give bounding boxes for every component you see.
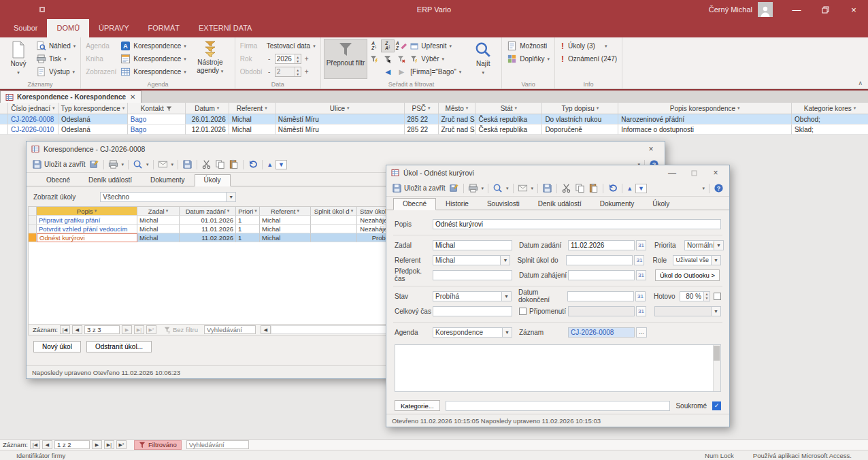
tab-upravy[interactable]: ÚPRAVY [89, 19, 138, 37]
kategorie-button[interactable]: Kategorie... [395, 400, 440, 411]
table-row[interactable]: CJ-2026-0010 Odeslaná Bago 12.01.2026 Mi… [0, 125, 868, 135]
cell[interactable]: Michal [229, 125, 276, 135]
table-row[interactable]: CJ-2026-0008 Odeslaná Bago 26.01.2026 Mi… [0, 114, 868, 125]
row-selector[interactable] [29, 225, 37, 233]
row-selector[interactable] [0, 114, 8, 125]
zaznam-field[interactable]: CJ-2026-0008 [568, 327, 635, 338]
spinner-arrows-icon[interactable]: ▲▼ [704, 291, 710, 301]
save-new-button[interactable] [88, 159, 100, 170]
save-close-button[interactable]: Uložit a zavřít [391, 182, 446, 194]
column-header[interactable]: Kontakt [128, 103, 186, 114]
column-header[interactable]: Kategorie kores▾ [792, 103, 868, 114]
tab-ukoly[interactable]: Úkoly [195, 174, 231, 186]
next-record-button[interactable]: ▶ [92, 440, 102, 449]
tab-domu[interactable]: DOMŮ [47, 19, 89, 37]
obdobi-plus-button[interactable]: + [304, 68, 310, 76]
column-header[interactable]: Referent▾ [229, 103, 276, 114]
cell[interactable]: Michal [137, 216, 180, 225]
move-down-button[interactable]: ▼ [276, 160, 287, 169]
cell[interactable]: Potvrdit vzhled přání vedoucím [37, 225, 137, 233]
stav-select[interactable]: Probíhá▼ [433, 291, 512, 301]
preview-button[interactable] [132, 159, 144, 170]
grid-column-header[interactable]: Popis▾ [37, 207, 137, 216]
copy-button[interactable] [214, 159, 226, 170]
previous-record-button[interactable]: ◀ [72, 325, 82, 334]
rok-minus-button[interactable]: - [267, 55, 272, 63]
spinner-arrows-icon[interactable]: ▲▼ [295, 54, 301, 63]
cell[interactable]: Česká republika [475, 125, 542, 135]
last-record-button[interactable]: ▶| [104, 440, 114, 449]
toggle-filter-button[interactable]: Přepnout filtr [324, 39, 368, 79]
tab-ukoly[interactable]: Úkoly [644, 199, 678, 210]
tab-soubor[interactable]: Soubor [4, 19, 47, 37]
cell[interactable]: 1 [236, 216, 260, 225]
cell[interactable]: 285 22 [405, 114, 439, 125]
cell[interactable]: Odeslaná [59, 125, 128, 135]
cell[interactable]: Náměstí Míru [276, 114, 405, 125]
find-button[interactable]: Najít▾ [467, 39, 499, 79]
cell[interactable] [311, 225, 357, 233]
column-header[interactable]: Datum▾ [186, 103, 229, 114]
move-down-button[interactable]: ▼ [635, 184, 647, 193]
predpok-cas-input[interactable] [433, 270, 512, 280]
cell[interactable]: Do vlastních rukou [542, 114, 618, 125]
sort-asc-button[interactable]: AZ↓ [367, 39, 381, 52]
dialog-titlebar[interactable]: Úkol - Odnést kurýrovi — × [386, 165, 729, 180]
zaznam-browse-button[interactable]: ... [636, 327, 647, 338]
vertical-scrollbar[interactable] [713, 345, 720, 391]
minimize-button[interactable]: — [782, 0, 811, 19]
send-dropdown[interactable]: ▾ [531, 186, 535, 191]
hotovo-spinner[interactable]: 80 % ▲▼ [680, 291, 710, 301]
tab-dokumenty[interactable]: Dokumenty [141, 175, 194, 186]
column-header[interactable]: Město▾ [439, 103, 476, 114]
cell[interactable]: Michal [229, 114, 276, 125]
next-record-button[interactable]: ▶ [395, 65, 408, 78]
preview-dropdown[interactable]: ▾ [505, 186, 510, 191]
output-button[interactable]: Výstup▾ [34, 65, 78, 78]
save-new-button[interactable] [448, 182, 460, 194]
cell[interactable]: 01.01.2026 [180, 216, 236, 225]
cell[interactable]: CJ-2026-0008 [8, 114, 59, 125]
cell[interactable]: Michal [260, 233, 311, 242]
cell[interactable]: CJ-2026-0010 [8, 125, 59, 135]
cell[interactable]: Náměstí Míru [276, 125, 405, 135]
search-input[interactable] [186, 440, 249, 449]
cell[interactable] [311, 216, 357, 225]
new-record-button[interactable]: ▶* [146, 325, 156, 334]
print-button[interactable] [107, 159, 119, 170]
firma-select[interactable]: Testovací data▾ [265, 39, 318, 52]
cut-button[interactable] [201, 159, 212, 170]
tab-obecne[interactable]: Obecné [37, 175, 79, 186]
task-row-selected[interactable]: Odnést kurýrovi Michal 11.02.2026 1 Mich… [29, 233, 397, 242]
cell[interactable]: Připravit grafiku přání [37, 216, 137, 225]
preview-button[interactable] [492, 182, 503, 194]
row-selector[interactable] [29, 216, 37, 225]
filter-selection-button[interactable] [367, 52, 381, 65]
rok-plus-button[interactable]: + [304, 55, 310, 63]
cell[interactable]: 11.01.2026 [180, 225, 236, 233]
rok-spinner[interactable]: 2026 ▲▼ [275, 54, 301, 64]
grid-column-header[interactable]: Splnit úkol d▾ [311, 207, 357, 216]
send-button[interactable] [157, 159, 169, 170]
preview-dropdown[interactable]: ▾ [146, 162, 150, 167]
calendar-button[interactable]: 31 [636, 240, 646, 250]
send-dropdown[interactable]: ▾ [171, 162, 175, 167]
column-header[interactable]: Číslo jednací▾ [8, 103, 59, 114]
copy-button[interactable] [574, 182, 586, 194]
kategorie-input[interactable] [446, 401, 671, 411]
avatar[interactable] [758, 2, 773, 17]
grid-column-header[interactable]: Priori▾ [236, 207, 260, 216]
filter-state-button[interactable]: Bez filtru [164, 326, 198, 333]
print-dropdown[interactable]: ▾ [121, 162, 125, 167]
close-dialog-button[interactable]: × [642, 143, 660, 155]
agenda-select[interactable]: Korespondence▼ [433, 327, 512, 338]
cell[interactable]: Informace o dostupnosti [618, 125, 792, 135]
hotovo-checkbox[interactable] [714, 293, 721, 300]
cell[interactable]: 285 22 [405, 125, 439, 135]
print-button[interactable]: Tisk▾ [34, 52, 78, 65]
addons-button[interactable]: Doplňky▾ [505, 52, 552, 65]
column-header[interactable]: Popis korespondence▾ [618, 103, 792, 114]
agenda-tools-button[interactable]: Nástroje agendy ▾ [188, 39, 232, 79]
undo-button[interactable] [607, 182, 618, 194]
tab-souvislosti[interactable]: Souvislosti [478, 199, 529, 210]
